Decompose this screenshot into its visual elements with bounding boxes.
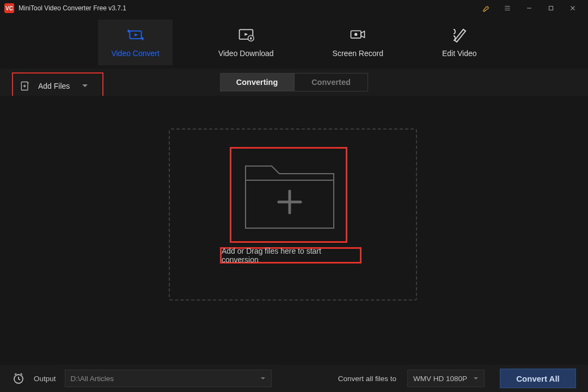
app-title: MiniTool Video Converter Free v3.7.1	[19, 4, 475, 12]
main-area: Add or Drag files here to start conversi…	[0, 96, 588, 365]
add-file-icon	[20, 81, 30, 91]
video-convert-icon	[127, 27, 144, 42]
svg-rect-1	[549, 7, 553, 10]
chevron-down-icon	[260, 377, 266, 381]
menu-icon[interactable]	[497, 0, 518, 16]
main-tabs: Video Convert Video Download Screen Reco…	[0, 16, 588, 69]
format-value: WMV HD 1080P	[413, 375, 467, 383]
chevron-down-icon	[473, 377, 479, 381]
key-icon[interactable]	[475, 0, 497, 16]
convert-all-label: Convert all files to	[338, 375, 396, 383]
screen-record-icon	[350, 27, 366, 42]
tab-screen-record[interactable]: Screen Record	[320, 20, 396, 65]
close-icon[interactable]	[562, 0, 584, 16]
output-path-select[interactable]: D:\All Articles	[65, 370, 272, 387]
drop-hint-text: Add or Drag files here to start conversi…	[222, 247, 360, 264]
folder-plus-icon	[238, 153, 341, 237]
tab-edit-video[interactable]: Edit Video	[429, 20, 490, 65]
svg-point-0	[487, 7, 488, 8]
tab-label: Video Download	[218, 49, 274, 58]
app-logo: VC	[4, 3, 14, 13]
chevron-down-icon	[82, 84, 88, 88]
segment-converting[interactable]: Converting	[220, 73, 294, 91]
maximize-icon[interactable]	[540, 0, 562, 16]
highlight-folder	[230, 147, 347, 243]
output-path-value: D:\All Articles	[71, 375, 114, 383]
tab-video-convert[interactable]: Video Convert	[98, 20, 172, 65]
tab-label: Video Convert	[111, 49, 159, 58]
format-select[interactable]: WMV HD 1080P	[407, 370, 485, 387]
video-download-icon	[238, 27, 254, 42]
segment-converted[interactable]: Converted	[294, 73, 368, 91]
title-bar: VC MiniTool Video Converter Free v3.7.1	[0, 0, 588, 16]
edit-video-icon	[451, 27, 468, 42]
output-label: Output	[34, 375, 56, 383]
highlight-hint: Add or Drag files here to start conversi…	[220, 247, 362, 264]
clock-icon[interactable]	[12, 372, 25, 385]
add-files-label: Add Files	[38, 82, 70, 90]
tab-label: Edit Video	[442, 49, 477, 58]
status-segment: Converting Converted	[220, 73, 368, 91]
toolbar: Add Files Converting Converted	[0, 69, 588, 96]
bottom-bar: Output D:\All Articles Convert all files…	[0, 365, 588, 392]
tab-label: Screen Record	[333, 49, 383, 58]
minimize-icon[interactable]	[518, 0, 540, 16]
convert-all-button[interactable]: Convert All	[500, 369, 576, 388]
tab-video-download[interactable]: Video Download	[205, 20, 287, 65]
svg-point-6	[354, 33, 357, 36]
